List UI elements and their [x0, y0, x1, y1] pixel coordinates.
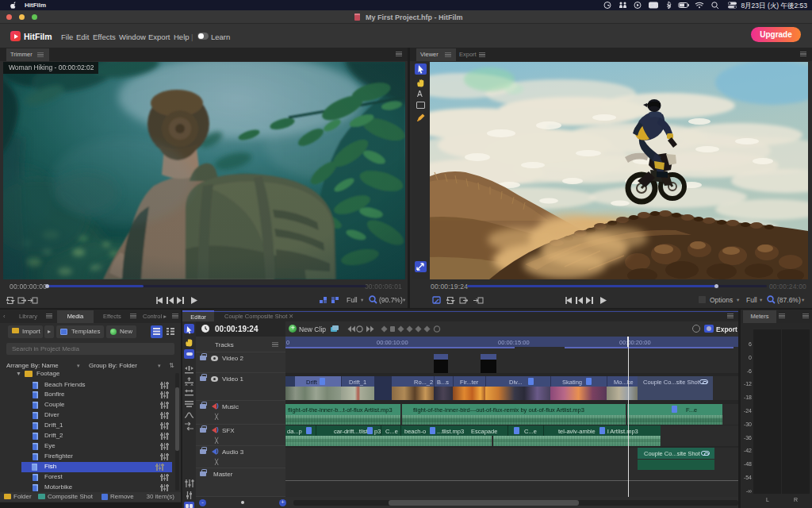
svg-text:US: US — [650, 3, 657, 8]
